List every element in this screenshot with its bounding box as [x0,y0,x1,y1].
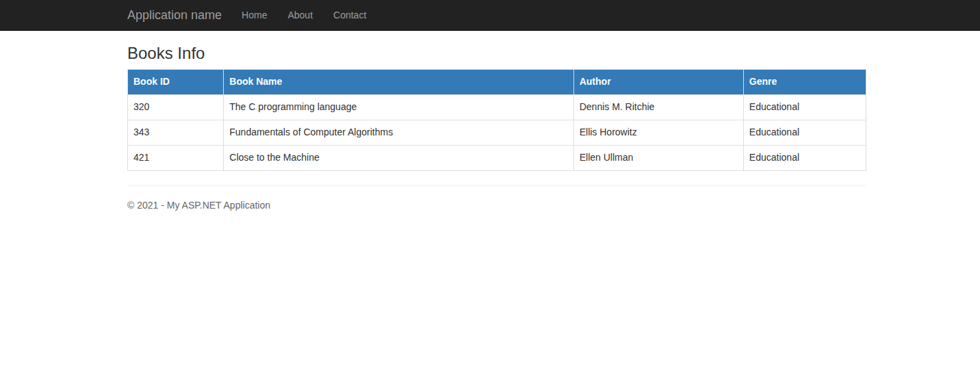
table-row: 421Close to the MachineEllen UllmanEduca… [128,146,866,171]
table-cell: The C programming language [224,95,573,120]
footer-divider [127,185,866,186]
books-table: Book IDBook NameAuthorGenre 320The C pro… [127,69,866,171]
table-column-header: Book Name [224,70,573,95]
table-cell: 343 [128,120,224,146]
nav-link-contact[interactable]: Contact [323,10,376,21]
table-row: 343Fundamentals of Computer AlgorithmsEl… [128,120,866,146]
books-table-body: 320The C programming languageDennis M. R… [128,95,866,171]
table-cell: Educational [743,95,866,120]
table-cell: 421 [128,146,224,171]
navbar-brand[interactable]: Application name [127,8,222,22]
table-column-header: Book ID [128,70,224,95]
nav-item-about: About [277,10,323,21]
nav-item-contact: Contact [323,10,376,21]
table-cell: Educational [743,146,866,171]
table-cell: Dennis M. Ritchie [573,95,743,120]
table-row: 320The C programming languageDennis M. R… [128,95,866,120]
navbar-nav: Home About Contact [231,10,376,21]
navbar-content: Application name Home About Contact [127,8,376,22]
table-cell: Educational [743,120,866,146]
nav-link-about[interactable]: About [277,10,323,21]
table-cell: 320 [128,95,224,120]
books-table-header: Book IDBook NameAuthorGenre [128,70,866,95]
table-cell: Fundamentals of Computer Algorithms [224,120,573,146]
page-title: Books Info [127,44,866,62]
nav-link-home[interactable]: Home [231,10,277,21]
table-column-header: Author [573,70,743,95]
navbar: Application name Home About Contact [0,0,980,31]
main-container: Books Info Book IDBook NameAuthorGenre 3… [127,44,866,211]
nav-item-home: Home [231,10,277,21]
table-cell: Ellis Horowitz [573,120,743,146]
table-cell: Close to the Machine [224,146,573,171]
page-footer: © 2021 - My ASP.NET Application [127,200,866,211]
footer-copyright: © 2021 - My ASP.NET Application [127,200,866,211]
table-header-row: Book IDBook NameAuthorGenre [128,70,866,95]
table-cell: Ellen Ullman [573,146,743,171]
table-column-header: Genre [743,70,866,95]
